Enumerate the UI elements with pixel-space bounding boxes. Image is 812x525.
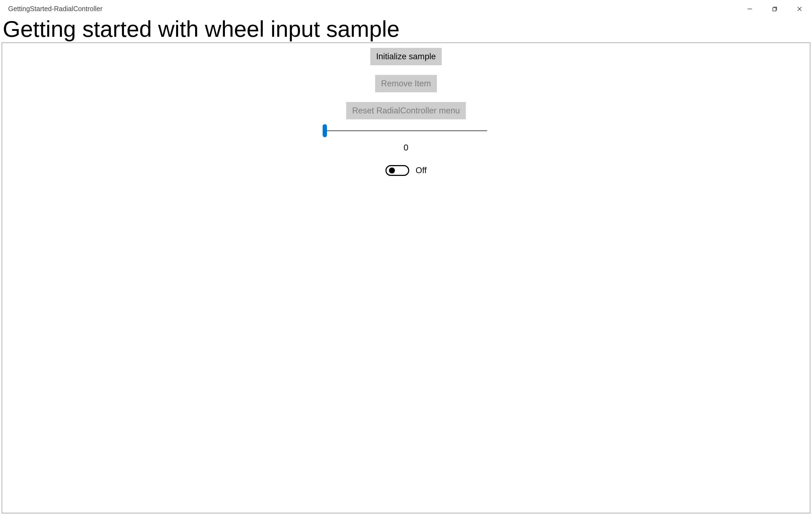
content-frame: Initialize sample Remove Item Reset Radi… bbox=[2, 43, 810, 513]
titlebar: GettingStarted-RadialController bbox=[0, 0, 812, 18]
slider-thumb[interactable] bbox=[322, 124, 327, 137]
toggle-knob bbox=[389, 167, 395, 174]
controls-stack: Initialize sample Remove Item Reset Radi… bbox=[2, 48, 810, 176]
minimize-icon bbox=[747, 6, 752, 12]
minimize-button[interactable] bbox=[737, 0, 762, 18]
close-button[interactable] bbox=[787, 0, 812, 18]
close-icon bbox=[797, 6, 802, 12]
reset-radialcontroller-menu-button[interactable]: Reset RadialController menu bbox=[346, 102, 466, 119]
caption-buttons bbox=[737, 0, 812, 18]
value-slider[interactable]: 0 bbox=[325, 129, 487, 153]
window-title: GettingStarted-RadialController bbox=[8, 5, 103, 13]
maximize-icon bbox=[772, 6, 777, 12]
remove-item-button[interactable]: Remove Item bbox=[375, 75, 437, 92]
slider-value-label: 0 bbox=[404, 142, 408, 153]
slider-track bbox=[325, 130, 487, 131]
svg-rect-1 bbox=[773, 7, 776, 11]
initialize-sample-button[interactable]: Initialize sample bbox=[370, 48, 442, 65]
maximize-button[interactable] bbox=[762, 0, 787, 18]
toggle-switch[interactable] bbox=[386, 165, 409, 176]
toggle-state-label: Off bbox=[416, 166, 427, 175]
page-title: Getting started with wheel input sample bbox=[0, 18, 812, 43]
toggle-row: Off bbox=[386, 162, 427, 176]
